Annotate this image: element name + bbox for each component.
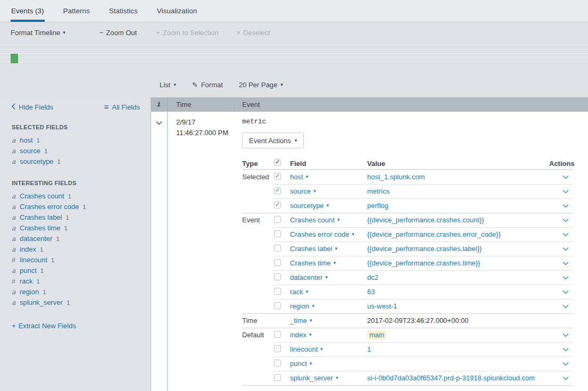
sidebar-field-punct[interactable]: apunct1 — [12, 265, 140, 276]
sidebar-field-count: 1 — [37, 276, 40, 287]
timeline-chart[interactable] — [0, 45, 588, 65]
field-select-checkbox[interactable] — [274, 216, 281, 223]
field-name-link[interactable]: _time▾ — [290, 317, 312, 325]
field-select-checkbox[interactable] — [274, 173, 281, 180]
field-select-checkbox[interactable] — [274, 202, 281, 209]
field-actions-chevron-icon[interactable] — [562, 374, 569, 382]
field-select-checkbox[interactable] — [274, 288, 281, 295]
field-value[interactable]: host_1.splunk.com — [367, 173, 425, 181]
hide-fields-link[interactable]: Hide Fields — [12, 103, 53, 111]
sidebar-field-crashes-count[interactable]: aCrashes count1 — [12, 191, 140, 202]
sidebar-field-linecount[interactable]: #linecount1 — [12, 255, 140, 265]
field-actions-chevron-icon[interactable] — [562, 345, 569, 353]
field-select-checkbox[interactable] — [274, 345, 281, 352]
sidebar-field-crashes-error-code[interactable]: aCrashes error code1 — [12, 202, 140, 212]
field-name-label: punct — [290, 360, 307, 368]
format-timeline-button[interactable]: Format Timeline ▾ — [11, 29, 65, 37]
field-value[interactable]: 1 — [367, 345, 371, 353]
field-value[interactable]: dc2 — [367, 273, 378, 281]
collapse-event-chevron-icon[interactable] — [156, 119, 162, 124]
sidebar-field-rack[interactable]: #rack1 — [12, 276, 140, 287]
field-name-link[interactable]: datacenter▾ — [290, 273, 328, 281]
field-actions-chevron-icon[interactable] — [562, 302, 569, 310]
field-type-label: Event — [242, 216, 274, 224]
all-fields-label: All Fields — [112, 103, 140, 111]
field-value[interactable]: us-west-1 — [367, 302, 397, 310]
sidebar-field-source[interactable]: asource1 — [12, 146, 140, 156]
field-name-link[interactable]: punct▾ — [290, 360, 312, 368]
field-name-link[interactable]: rack▾ — [290, 288, 308, 296]
field-select-checkbox[interactable] — [274, 259, 281, 266]
field-name-link[interactable]: source▾ — [290, 187, 316, 195]
sidebar-field-datacenter[interactable]: adatacenter1 — [12, 234, 140, 244]
field-actions-chevron-icon[interactable] — [562, 273, 569, 281]
field-type-prefix: a — [12, 297, 20, 308]
field-name-link[interactable]: sourcetype▾ — [290, 202, 329, 210]
field-name-link[interactable]: Crashes error code▾ — [290, 230, 354, 238]
field-name-link[interactable]: Crashes time▾ — [290, 259, 336, 267]
field-actions-chevron-icon[interactable] — [562, 216, 569, 224]
field-value[interactable]: si-i-0b0d7da03a0f65347.prd-p-31918.splun… — [367, 374, 535, 382]
field-actions-chevron-icon[interactable] — [562, 259, 569, 267]
field-value[interactable]: main — [367, 330, 386, 339]
field-select-checkbox[interactable] — [274, 302, 281, 309]
extract-new-fields-link[interactable]: + Extract New Fields — [12, 322, 140, 330]
sidebar-field-name: Crashes time — [20, 223, 61, 234]
timeline-event-bar[interactable] — [11, 54, 18, 63]
field-select-checkbox[interactable] — [274, 374, 281, 381]
field-value[interactable]: {{device_performance.crashes.error_code}… — [367, 230, 501, 238]
sidebar-field-crashes-time[interactable]: aCrashes time1 — [12, 223, 140, 234]
field-actions-chevron-icon[interactable] — [562, 173, 569, 181]
format-results-button[interactable]: ✎ Format — [192, 81, 223, 89]
field-value[interactable]: 63 — [367, 288, 375, 296]
field-name-link[interactable]: Crashes count▾ — [290, 216, 339, 224]
field-value[interactable]: metrics — [367, 187, 390, 195]
extract-new-fields-label: Extract New Fields — [19, 322, 76, 330]
field-actions-chevron-icon[interactable] — [562, 331, 569, 339]
select-all-fields-checkbox[interactable] — [274, 159, 281, 166]
field-row-splunk-server: splunk_server▾si-i-0b0d7da03a0f65347.prd… — [242, 371, 573, 385]
field-value[interactable]: {{device_performance.crashes.count}} — [367, 216, 484, 224]
field-actions-chevron-icon[interactable] — [562, 245, 569, 253]
field-name-link[interactable]: linecount▾ — [290, 345, 323, 353]
field-select-checkbox[interactable] — [274, 187, 281, 194]
sidebar-field-region[interactable]: aregion1 — [12, 287, 140, 297]
sidebar-field-crashes-label[interactable]: aCrashes label1 — [12, 212, 140, 223]
info-column-header: i — [151, 97, 168, 112]
zoom-out-label: Zoom Out — [106, 29, 137, 37]
tab-visualization[interactable]: Visualization — [156, 0, 198, 22]
tab-events-3[interactable]: Events (3) — [11, 0, 45, 22]
field-select-checkbox[interactable] — [274, 331, 281, 338]
sidebar-field-index[interactable]: aindex1 — [12, 244, 140, 255]
sidebar-field-splunk-server[interactable]: asplunk_server1 — [12, 297, 140, 308]
field-actions-chevron-icon[interactable] — [562, 187, 569, 195]
caret-down-icon: ▾ — [327, 203, 329, 208]
all-fields-link[interactable]: ≡ All Fields — [104, 103, 140, 111]
field-actions-chevron-icon[interactable] — [562, 230, 569, 238]
field-name-link[interactable]: index▾ — [290, 331, 312, 339]
tab-statistics[interactable]: Statistics — [109, 0, 138, 22]
field-actions-chevron-icon[interactable] — [562, 202, 569, 210]
field-value[interactable]: perflog — [367, 202, 388, 210]
event-actions-button[interactable]: Event Actions ▾ — [242, 132, 304, 148]
field-name-link[interactable]: region▾ — [290, 302, 314, 310]
sidebar-field-name: rack — [20, 276, 33, 287]
tab-patterns[interactable]: Patterns — [63, 0, 90, 22]
field-value[interactable]: {{device_performance.crashes.time}} — [367, 259, 480, 267]
field-name-link[interactable]: host▾ — [290, 173, 308, 181]
field-row-datacenter: datacenter▾dc2 — [242, 270, 573, 285]
list-view-dropdown[interactable]: List ▾ — [160, 81, 176, 89]
field-name-link[interactable]: splunk_server▾ — [290, 374, 338, 382]
field-value[interactable]: {{device_performance.crashes.label}} — [367, 245, 482, 253]
field-name-link[interactable]: Crashes label▾ — [290, 245, 337, 253]
sidebar-field-sourcetype[interactable]: asourcetype1 — [12, 156, 140, 167]
field-actions-chevron-icon[interactable] — [562, 360, 569, 368]
field-actions-chevron-icon[interactable] — [562, 288, 569, 296]
field-select-checkbox[interactable] — [274, 245, 281, 252]
field-select-checkbox[interactable] — [274, 230, 281, 237]
sidebar-field-host[interactable]: ahost1 — [12, 135, 140, 146]
per-page-dropdown[interactable]: 20 Per Page ▾ — [239, 81, 283, 89]
field-select-checkbox[interactable] — [274, 273, 281, 280]
field-select-checkbox[interactable] — [274, 360, 281, 367]
zoom-out-button[interactable]: − Zoom Out — [100, 29, 137, 37]
